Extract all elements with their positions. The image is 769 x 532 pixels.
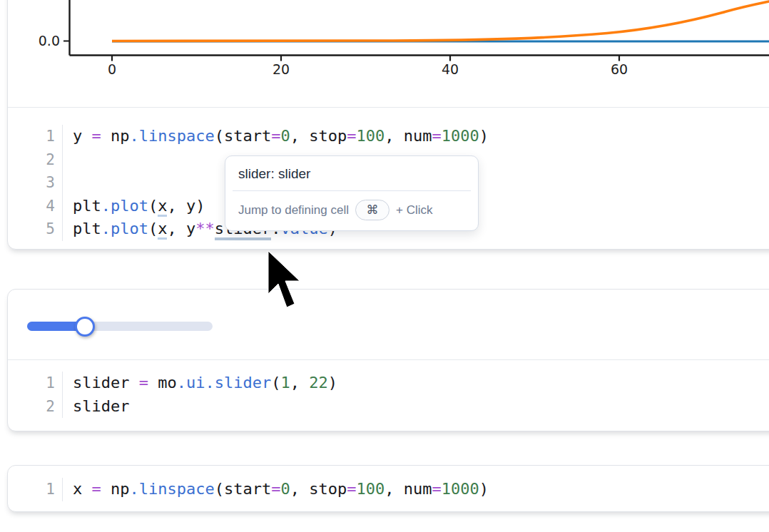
line-number: 2 bbox=[8, 395, 55, 419]
cmd-key-icon: ⌘ bbox=[355, 200, 389, 220]
code-line[interactable]: x = np.linspace(start=0, stop=100, num=1… bbox=[73, 478, 489, 501]
matplotlib-figure: 0.0 0 20 40 60 bbox=[8, 0, 769, 107]
variable-tooltip: slider: slider Jump to defining cell ⌘ +… bbox=[225, 155, 479, 231]
tooltip-action-label[interactable]: Jump to defining cell bbox=[238, 203, 349, 218]
code-line[interactable]: slider = mo.ui.slider(1, 22) bbox=[73, 372, 337, 395]
line-number-gutter: 1 bbox=[8, 478, 55, 501]
code-editor[interactable]: 1 x = np.linspace(start=0, stop=100, num… bbox=[8, 466, 769, 512]
line-number: 1 bbox=[8, 125, 55, 148]
line-number: 3 bbox=[8, 171, 55, 195]
xtick-label-40: 40 bbox=[442, 61, 459, 77]
line-number: 1 bbox=[8, 478, 55, 501]
line-number: 5 bbox=[8, 218, 55, 241]
mouse-cursor-icon bbox=[264, 248, 307, 316]
code-line[interactable]: slider bbox=[73, 395, 337, 419]
slider-output bbox=[8, 290, 769, 359]
notebook-stage: 0.0 0 20 40 60 1 2 3 4 5 y = np.linspace… bbox=[0, 0, 769, 532]
line-number-gutter: 1 2 bbox=[8, 372, 55, 418]
plot-axes-spines bbox=[70, 0, 769, 56]
code-line[interactable]: y = np.linspace(start=0, stop=100, num=1… bbox=[73, 125, 489, 148]
line-number: 2 bbox=[8, 148, 55, 172]
slider-thumb[interactable] bbox=[75, 317, 95, 337]
slider-track[interactable] bbox=[27, 322, 213, 331]
cell-slider: 1 2 slider = mo.ui.slider(1, 22) slider bbox=[7, 289, 769, 431]
xtick-label-20: 20 bbox=[273, 61, 290, 77]
cell-x-definition: 1 x = np.linspace(start=0, stop=100, num… bbox=[7, 465, 769, 512]
line-number: 1 bbox=[8, 372, 55, 395]
tooltip-click-hint: + Click bbox=[396, 203, 432, 218]
line-number-gutter: 1 2 3 4 5 bbox=[8, 125, 55, 241]
tooltip-title: slider: slider bbox=[225, 156, 478, 190]
code-editor[interactable]: 1 2 slider = mo.ui.slider(1, 22) slider bbox=[8, 359, 769, 429]
ytick-label: 0.0 bbox=[39, 33, 60, 48]
plot-line-orange bbox=[112, 0, 769, 41]
xtick-label-0: 0 bbox=[108, 61, 116, 77]
xtick-label-60: 60 bbox=[611, 61, 628, 77]
plot-tick-marks bbox=[63, 41, 619, 61]
line-number: 4 bbox=[8, 195, 55, 218]
matplotlib-plot-output: 0.0 0 20 40 60 bbox=[8, 0, 769, 107]
